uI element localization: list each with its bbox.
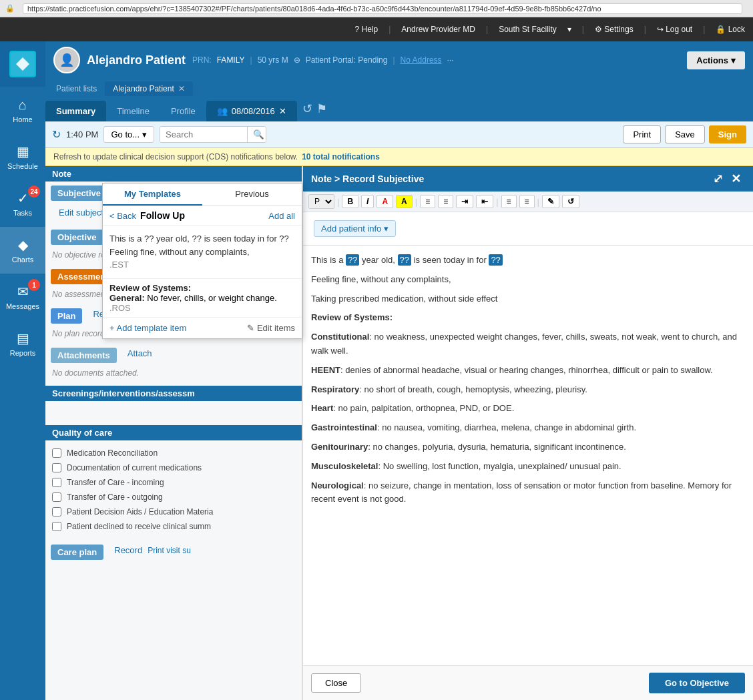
logo-icon (9, 51, 36, 77)
logout-link[interactable]: ↪ Log out (657, 25, 692, 34)
add-template-button[interactable]: + Add template item (109, 323, 186, 333)
tab-patient-lists[interactable]: Patient lists (48, 81, 105, 96)
attach-link[interactable]: Attach (128, 348, 152, 358)
toolbar-separator-2: | (415, 197, 417, 207)
home-icon: ⌂ (19, 97, 27, 113)
more-options-icon[interactable]: ··· (447, 55, 454, 65)
quality-checkbox-0[interactable] (52, 448, 61, 458)
paragraph-select[interactable]: P (308, 194, 334, 209)
sidebar-item-label: Tasks (13, 209, 32, 217)
editor-content[interactable]: This is a ?? year old, ?? is seen today … (303, 246, 753, 665)
close-editor-button[interactable]: ✕ (727, 170, 745, 188)
unordered-list-button[interactable]: ≡ (420, 195, 435, 208)
go-objective-button[interactable]: Go to Objective (649, 673, 745, 693)
quality-list: Medication Reconciliation Documentation … (45, 440, 302, 539)
sign-button[interactable]: Sign (709, 125, 746, 143)
objective-header: Objective (51, 230, 103, 245)
close-tab-icon[interactable]: ✕ (178, 84, 185, 93)
history-icon[interactable]: ↺ (302, 101, 312, 116)
tab-previous[interactable]: Previous (202, 184, 302, 206)
tab-timeline[interactable]: Timeline (106, 101, 160, 121)
toolbar-separator-4: | (537, 197, 539, 207)
search-input[interactable] (160, 127, 247, 142)
top-tabs: Patient lists Alejandro Patient ✕ (45, 79, 753, 96)
tab-my-templates[interactable]: My Templates (103, 184, 202, 206)
provider-name: Andrew Provider MD (401, 25, 475, 34)
edit-items-button[interactable]: ✎ Edit items (247, 323, 295, 333)
save-button[interactable]: Save (665, 125, 705, 143)
lock-icon: 🔒 (5, 4, 15, 13)
patient-age: 50 yrs M (258, 55, 288, 65)
tab-summary[interactable]: Summary (45, 101, 106, 121)
top-nav: ? Help | Andrew Provider MD | South St F… (0, 17, 753, 41)
settings-link[interactable]: ⚙ Settings (595, 25, 634, 34)
flag-icon[interactable]: ⚑ (316, 101, 327, 116)
subjective-header: Subjective (51, 186, 107, 201)
note-title: Note (52, 169, 71, 179)
refresh-button[interactable]: ↻ (52, 128, 61, 141)
screenings-header: Screenings/interventions/assessm (45, 386, 302, 401)
sidebar-item-messages[interactable]: 1 ✉ Messages (0, 274, 45, 320)
align-right-button[interactable]: ≡ (519, 195, 535, 208)
add-patient-info-button[interactable]: Add patient info ▾ (314, 220, 396, 237)
highlight-1: ?? (346, 254, 359, 266)
actions-button[interactable]: Actions ▾ (687, 51, 745, 69)
tab-encounter[interactable]: 👥 08/08/2016 ✕ (206, 101, 297, 121)
attachments-header: Attachments (51, 348, 117, 363)
quality-item: Patient Decision Aids / Education Materi… (52, 504, 295, 519)
tab-profile[interactable]: Profile (160, 101, 206, 121)
notification-count[interactable]: 10 total notifications (302, 152, 380, 161)
quality-checkbox-1[interactable] (52, 463, 61, 472)
close-encounter-icon[interactable]: ✕ (279, 106, 286, 116)
toolbar-separator-3: | (496, 197, 498, 207)
sidebar-item-home[interactable]: ⌂ Home (0, 87, 45, 133)
add-all-link[interactable]: Add all (268, 211, 295, 221)
close-button[interactable]: Close (311, 673, 361, 693)
pencil-button[interactable]: ✎ (542, 195, 559, 208)
facility-name[interactable]: South St Facility (499, 25, 557, 34)
quality-item: Patient declined to receive clinical sum… (52, 519, 295, 534)
bold-button[interactable]: B (342, 195, 358, 208)
heent-line: HEENT: denies of abnormal headache, visu… (311, 364, 745, 378)
notification-bar: Refresh to update clinical decision supp… (45, 148, 753, 166)
tab-patient-name[interactable]: Alejandro Patient ✕ (105, 81, 192, 96)
popout-button[interactable]: ⤢ (709, 170, 727, 188)
quality-header: Quality of care (45, 425, 302, 440)
help-link[interactable]: ? Help (354, 25, 378, 34)
patient-address[interactable]: No Address (401, 55, 442, 65)
browser-url[interactable]: https://static.practicefusion.com/apps/e… (23, 3, 742, 14)
care-plan-record-link[interactable]: Record (114, 545, 142, 555)
italic-button[interactable]: I (361, 195, 374, 208)
sidebar-item-charts[interactable]: ◆ Charts (0, 227, 45, 274)
ms-line: Musculoskeletal: No swelling, lost funct… (311, 460, 745, 474)
care-plan-print-link[interactable]: Print visit su (148, 546, 191, 555)
heart-line: Heart: no pain, palpitation, orthopnea, … (311, 402, 745, 416)
indent-button[interactable]: ⇥ (456, 195, 473, 208)
sidebar-item-tasks[interactable]: 24 ✓ Tasks (0, 180, 45, 227)
goto-button[interactable]: Go to... ▾ (103, 126, 154, 143)
sidebar-item-label: Charts (12, 256, 33, 264)
prn-value: FAMILY (217, 55, 245, 65)
gi-line: Gastrointestinal: no nausea, vomiting, d… (311, 421, 745, 435)
quality-checkbox-3[interactable] (52, 492, 61, 502)
sidebar-item-schedule[interactable]: ▦ Schedule (0, 133, 45, 180)
undo-button[interactable]: ↺ (562, 195, 579, 208)
tab-extra-icons: ↺ ⚑ (297, 96, 332, 121)
sidebar-logo (0, 41, 45, 87)
quality-checkbox-2[interactable] (52, 478, 61, 487)
outdent-button[interactable]: ⇤ (476, 195, 493, 208)
sidebar-item-reports[interactable]: ▤ Reports (0, 320, 45, 367)
align-left-button[interactable]: ≡ (501, 195, 517, 208)
ordered-list-button[interactable]: ≡ (438, 195, 453, 208)
font-bg-button[interactable]: A (396, 195, 413, 208)
quality-checkbox-4[interactable] (52, 507, 61, 516)
browser-bar: 🔒 https://static.practicefusion.com/apps… (0, 0, 753, 17)
quality-checkbox-5[interactable] (52, 522, 61, 531)
back-link[interactable]: < Back (109, 211, 136, 221)
search-button[interactable]: 🔍 (247, 127, 266, 142)
font-color-button[interactable]: A (376, 195, 393, 208)
lock-link[interactable]: 🔒 Lock (716, 25, 745, 34)
toolbar-separator: | (337, 197, 339, 207)
editor-title: Note > Record Subjective (311, 173, 424, 184)
print-button[interactable]: Print (623, 125, 661, 143)
